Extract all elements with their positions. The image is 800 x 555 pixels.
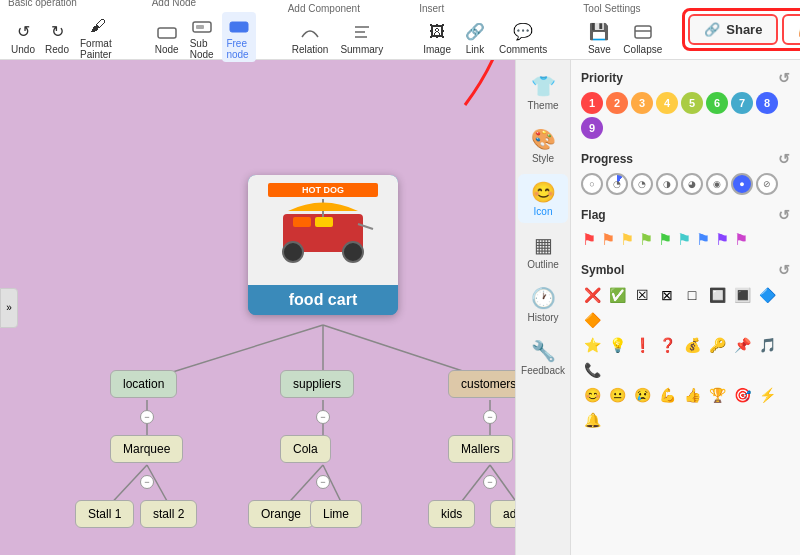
mallers-expand-dot[interactable]: − [483, 475, 497, 489]
sidebar-item-history[interactable]: 🕐 History [518, 280, 568, 329]
suppliers-node[interactable]: suppliers [280, 370, 354, 398]
symbol-key[interactable]: 🔑 [706, 334, 728, 356]
flag-reset-button[interactable]: ↺ [778, 207, 790, 223]
collapse-sidebar-button[interactable]: » [0, 288, 18, 328]
share-button[interactable]: 🔗 Share [688, 14, 778, 45]
symbol-happy[interactable]: 😊 [581, 384, 603, 406]
mallers-node[interactable]: Mallers [448, 435, 513, 463]
symbol-white-sq[interactable]: 🔳 [731, 284, 753, 306]
symbol-bulb[interactable]: 💡 [606, 334, 628, 356]
link-button[interactable]: 🔗 Link [459, 18, 491, 57]
symbol-thumbsup[interactable]: 👍 [681, 384, 703, 406]
symbol-black-sq[interactable]: 🔲 [706, 284, 728, 306]
icon-nav-icon: 😊 [531, 180, 556, 204]
symbol-neutral[interactable]: 😐 [606, 384, 628, 406]
priority-5[interactable]: 5 [681, 92, 703, 114]
marquee-node[interactable]: Marquee [110, 435, 183, 463]
progress-reset-button[interactable]: ↺ [778, 151, 790, 167]
redo-button[interactable]: ↻ Redo [42, 18, 72, 57]
food-cart-node[interactable]: HOT DOG [248, 175, 398, 315]
priority-4[interactable]: 4 [656, 92, 678, 114]
lime-node[interactable]: Lime [310, 500, 362, 528]
progress-90[interactable]: ◉ [706, 173, 728, 195]
symbol-reset-button[interactable]: ↺ [778, 262, 790, 278]
node-button[interactable]: Node [152, 18, 182, 57]
adults-node[interactable]: adults [490, 500, 515, 528]
flag-purple[interactable]: ⚑ [714, 229, 730, 250]
undo-button[interactable]: ↺ Undo [8, 18, 38, 57]
sidebar-item-icon[interactable]: 😊 Icon [518, 174, 568, 223]
comments-button[interactable]: 💬 Comments [495, 18, 551, 57]
symbol-music[interactable]: 🎵 [756, 334, 778, 356]
symbol-exclaim[interactable]: ❗ [631, 334, 653, 356]
symbol-blue-diamond[interactable]: 🔷 [756, 284, 778, 306]
priority-7[interactable]: 7 [731, 92, 753, 114]
sidebar-item-outline[interactable]: ▦ Outline [518, 227, 568, 276]
format-painter-button[interactable]: 🖌 Format Painter [76, 12, 120, 62]
symbol-orange-diamond[interactable]: 🔶 [581, 309, 603, 331]
export-button[interactable]: 📤 Export [782, 14, 800, 45]
orange-node[interactable]: Orange [248, 500, 314, 528]
symbol-question[interactable]: ❓ [656, 334, 678, 356]
customers-node[interactable]: customers [448, 370, 515, 398]
sidebar-item-style[interactable]: 🎨 Style [518, 121, 568, 170]
cola-node[interactable]: Cola [280, 435, 331, 463]
flag-green[interactable]: ⚑ [657, 229, 673, 250]
save-button[interactable]: 💾 Save [583, 18, 615, 57]
flag-pink[interactable]: ⚑ [733, 229, 749, 250]
sidebar-item-feedback[interactable]: 🔧 Feedback [518, 333, 568, 382]
priority-9[interactable]: 9 [581, 117, 603, 139]
symbol-x[interactable]: ❌ [581, 284, 603, 306]
progress-10[interactable]: ◔ [606, 173, 628, 195]
canvas[interactable]: » [0, 60, 515, 555]
progress-100[interactable]: ● [731, 173, 753, 195]
cola-expand-dot[interactable]: − [316, 475, 330, 489]
priority-6[interactable]: 6 [706, 92, 728, 114]
symbol-star[interactable]: ⭐ [581, 334, 603, 356]
flag-orange[interactable]: ⚑ [600, 229, 616, 250]
symbol-bell[interactable]: 🔔 [581, 409, 603, 431]
symbol-box-x[interactable]: ☒ [631, 284, 653, 306]
symbol-box-empty[interactable]: □ [681, 284, 703, 306]
priority-3[interactable]: 3 [631, 92, 653, 114]
symbol-muscle[interactable]: 💪 [656, 384, 678, 406]
symbol-phone[interactable]: 📞 [581, 359, 603, 381]
flag-yellow[interactable]: ⚑ [619, 229, 635, 250]
symbol-check[interactable]: ✅ [606, 284, 628, 306]
flag-teal[interactable]: ⚑ [676, 229, 692, 250]
flag-blue[interactable]: ⚑ [695, 229, 711, 250]
progress-none[interactable]: ⊘ [756, 173, 778, 195]
symbol-box-dot[interactable]: ⊠ [656, 284, 678, 306]
kids-node[interactable]: kids [428, 500, 475, 528]
symbol-money[interactable]: 💰 [681, 334, 703, 356]
summary-button[interactable]: Summary [336, 18, 387, 57]
priority-8[interactable]: 8 [756, 92, 778, 114]
progress-50[interactable]: ◑ [656, 173, 678, 195]
progress-0[interactable]: ○ [581, 173, 603, 195]
symbol-trophy[interactable]: 🏆 [706, 384, 728, 406]
priority-reset-button[interactable]: ↺ [778, 70, 790, 86]
symbol-sad[interactable]: 😢 [631, 384, 653, 406]
marquee-expand-dot[interactable]: − [140, 475, 154, 489]
customers-expand-dot[interactable]: − [483, 410, 497, 424]
free-node-button[interactable]: Free node [222, 12, 255, 62]
flag-lime[interactable]: ⚑ [638, 229, 654, 250]
collapse-button[interactable]: Collapse [619, 18, 666, 57]
stall2-node[interactable]: stall 2 [140, 500, 197, 528]
image-button[interactable]: 🖼 Image [419, 18, 455, 57]
relation-button[interactable]: Relation [288, 18, 333, 57]
location-node[interactable]: location [110, 370, 177, 398]
suppliers-expand-dot[interactable]: − [316, 410, 330, 424]
symbol-target[interactable]: 🎯 [731, 384, 753, 406]
progress-75[interactable]: ◕ [681, 173, 703, 195]
symbol-lightning[interactable]: ⚡ [756, 384, 778, 406]
progress-25[interactable]: ◔ [631, 173, 653, 195]
stall1-node[interactable]: Stall 1 [75, 500, 134, 528]
location-expand-dot[interactable]: − [140, 410, 154, 424]
priority-1[interactable]: 1 [581, 92, 603, 114]
priority-2[interactable]: 2 [606, 92, 628, 114]
symbol-pin[interactable]: 📌 [731, 334, 753, 356]
sidebar-item-theme[interactable]: 👕 Theme [518, 68, 568, 117]
sub-node-button[interactable]: Sub Node [186, 12, 219, 62]
flag-red[interactable]: ⚑ [581, 229, 597, 250]
